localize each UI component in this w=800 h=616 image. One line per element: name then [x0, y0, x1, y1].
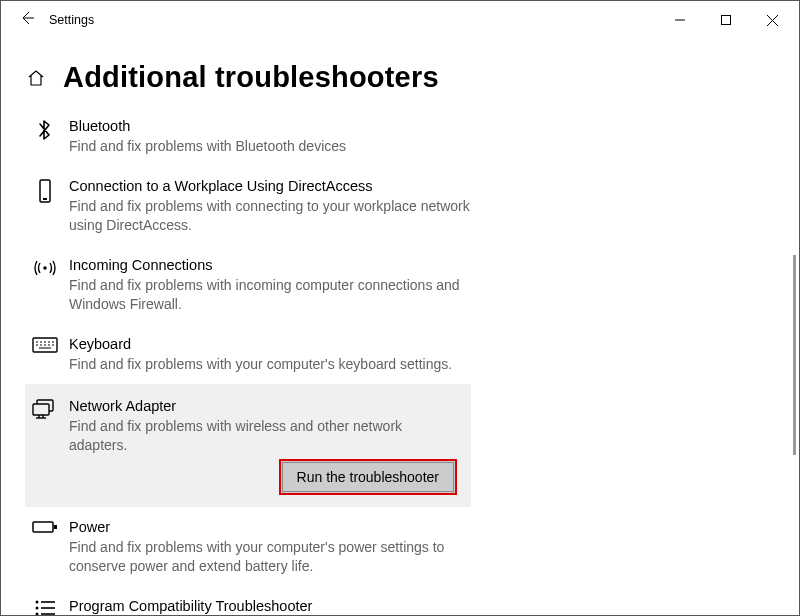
page-header: Additional troubleshooters [1, 39, 799, 106]
item-incoming[interactable]: Incoming Connections Find and fix proble… [25, 245, 791, 324]
item-network-adapter[interactable]: Network Adapter Find and fix problems wi… [25, 384, 471, 507]
network-adapter-icon [31, 396, 59, 455]
home-icon[interactable] [25, 67, 47, 89]
item-power[interactable]: Power Find and fix problems with your co… [25, 507, 791, 586]
svg-rect-2 [43, 198, 47, 200]
titlebar: Settings [1, 1, 799, 39]
item-title: Bluetooth [69, 116, 346, 136]
scrollbar[interactable] [793, 255, 796, 455]
back-button[interactable] [19, 10, 49, 30]
item-desc: Find and fix problems with connecting to… [69, 197, 479, 235]
item-directaccess[interactable]: Connection to a Workplace Using DirectAc… [25, 166, 791, 245]
minimize-button[interactable] [657, 5, 703, 35]
svg-point-10 [36, 607, 39, 610]
keyboard-icon [31, 334, 59, 374]
window-title: Settings [49, 13, 94, 27]
item-desc: Find and fix problems with your computer… [69, 355, 452, 374]
svg-point-11 [36, 613, 39, 616]
phone-icon [31, 176, 59, 235]
item-title: Incoming Connections [69, 255, 479, 275]
svg-point-3 [43, 266, 47, 270]
svg-point-9 [36, 601, 39, 604]
bluetooth-icon [31, 116, 59, 156]
item-keyboard[interactable]: Keyboard Find and fix problems with your… [25, 324, 791, 384]
maximize-button[interactable] [703, 5, 749, 35]
signal-icon [31, 255, 59, 314]
item-desc: Find and fix problems with incoming comp… [69, 276, 479, 314]
battery-icon [31, 517, 59, 576]
item-bluetooth[interactable]: Bluetooth Find and fix problems with Blu… [25, 106, 791, 166]
item-title: Keyboard [69, 334, 452, 354]
troubleshooter-list: Bluetooth Find and fix problems with Blu… [1, 106, 799, 616]
svg-rect-7 [33, 522, 53, 532]
close-button[interactable] [749, 5, 795, 35]
item-desc: Find and fix problems with your computer… [69, 538, 479, 576]
item-title: Power [69, 517, 479, 537]
svg-rect-6 [33, 404, 49, 415]
list-icon [31, 596, 59, 616]
page-title: Additional troubleshooters [63, 61, 439, 94]
run-troubleshooter-button[interactable]: Run the troubleshooter [279, 459, 457, 495]
item-title: Network Adapter [69, 396, 447, 416]
item-title: Program Compatibility Troubleshooter [69, 596, 425, 616]
item-desc: Find and fix problems with Bluetooth dev… [69, 137, 346, 156]
svg-rect-0 [722, 16, 731, 25]
item-desc: Find and fix problems with wireless and … [69, 417, 447, 455]
svg-rect-8 [54, 525, 57, 529]
item-title: Connection to a Workplace Using DirectAc… [69, 176, 479, 196]
item-compat[interactable]: Program Compatibility Troubleshooter Fin… [25, 586, 791, 616]
